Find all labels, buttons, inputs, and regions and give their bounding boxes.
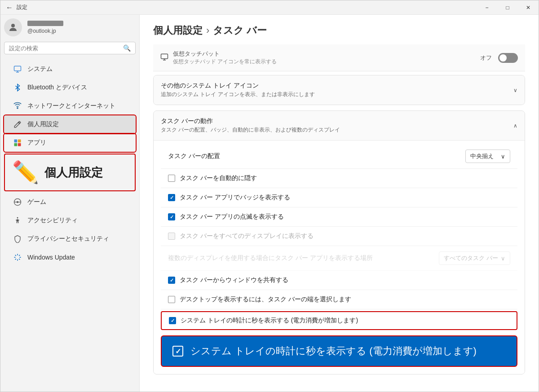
- auto-hide-left: タスク バーを自動的に隠す: [168, 174, 510, 182]
- sidebar-label-privacy: プライバシーとセキュリティ: [27, 235, 109, 243]
- svg-point-8: [17, 201, 19, 203]
- virtual-touchpad-toggle[interactable]: [498, 53, 518, 63]
- windows-update-icon: [13, 253, 22, 262]
- toggle-label: オフ: [480, 54, 492, 62]
- monitor-icon: [160, 53, 168, 63]
- sidebar-label-apps: アプリ: [27, 139, 46, 147]
- content-body: 仮想タッチパット 仮想タッチパッド アイコンを常に表示する オフ: [140, 44, 539, 392]
- auto-hide-checkbox[interactable]: [168, 175, 175, 182]
- system-icon: [13, 65, 22, 74]
- multi-display-label: 複数のディスプレイを使用する場合にタスク バー アプリを表示する場所: [168, 254, 373, 262]
- sidebar-item-network[interactable]: ネットワークとインターネット: [4, 97, 136, 115]
- taskbar-behavior-header[interactable]: タスク バーの動作 タスク バーの配置、バッジ、自動的に非表示、および複数のディ…: [154, 111, 525, 140]
- show-all-displays-left: タスク バーをすべてのディスプレイに表示する: [168, 232, 510, 240]
- user-info: @outlook.jp: [27, 21, 63, 34]
- maximize-button[interactable]: □: [497, 0, 518, 15]
- system-tray-title-area: その他のシステム トレイ アイコン 追加のシステム トレイ アイコンを表示、また…: [161, 82, 315, 98]
- multi-display-value: すべてのタスク バー: [444, 254, 498, 262]
- share-window-row: タスク バーからウィンドウを共有する: [161, 271, 517, 290]
- system-tray-title: その他のシステム トレイ アイコン: [161, 82, 315, 90]
- taskbar-behavior-title: タスク バーの動作: [161, 117, 340, 125]
- system-tray-section: その他のシステム トレイ アイコン 追加のシステム トレイ アイコンを表示、また…: [153, 75, 525, 105]
- sidebar-item-bluetooth[interactable]: Bluetooth とデバイス: [4, 79, 136, 97]
- sidebar-item-personalization[interactable]: 個人用設定: [4, 115, 136, 133]
- share-window-left: タスク バーからウィンドウを共有する: [168, 276, 510, 284]
- svg-rect-5: [14, 143, 18, 146]
- share-window-checkbox[interactable]: [168, 277, 175, 284]
- show-all-displays-checkbox[interactable]: [168, 233, 175, 240]
- network-icon: [13, 101, 22, 110]
- virtual-touchpad-row: 仮想タッチパット 仮想タッチパッド アイコンを常に表示する オフ: [153, 44, 525, 71]
- user-area[interactable]: @outlook.jp: [0, 15, 139, 42]
- sidebar-label-bluetooth: Bluetooth とデバイス: [27, 84, 87, 92]
- show-flashing-left: タスク バー アプリの点滅を表示する: [168, 213, 510, 221]
- taskbar-behavior-title-area: タスク バーの動作 タスク バーの配置、バッジ、自動的に非表示、および複数のディ…: [161, 117, 340, 134]
- virtual-touchpad-title: 仮想タッチパット: [173, 50, 277, 58]
- share-window-label: タスク バーからウィンドウを共有する: [180, 276, 288, 284]
- sidebar-label-windows-update: Windows Update: [27, 254, 75, 261]
- sidebar-item-apps[interactable]: アプリ: [4, 134, 136, 152]
- large-show-seconds-checkbox[interactable]: [172, 346, 183, 357]
- auto-hide-row: タスク バーを自動的に隠す: [161, 169, 517, 188]
- show-seconds-label: システム トレイの時計に秒を表示する (電力消費が増加します): [181, 317, 358, 325]
- taskbar-behavior-body: タスク バーの配置 中央揃え ∨ タスク バーを自動的に隠す: [154, 140, 525, 374]
- minimize-button[interactable]: −: [477, 0, 497, 15]
- sidebar-item-privacy[interactable]: プライバシーとセキュリティ: [4, 230, 136, 248]
- personalization-banner: ✏️ 個人用設定: [4, 154, 136, 191]
- show-desktop-corner-left: デスクトップを表示するには、タスク バーの端を選択します: [168, 295, 510, 304]
- svg-point-11: [17, 217, 18, 219]
- show-seconds-checkbox[interactable]: [169, 317, 176, 324]
- show-badges-checkbox[interactable]: [168, 194, 175, 201]
- user-email: @outlook.jp: [27, 28, 63, 34]
- virtual-touchpad-subtitle: 仮想タッチパッド アイコンを常に表示する: [173, 58, 277, 66]
- dropdown-chevron-icon: ∨: [501, 153, 505, 160]
- settings-window: ← 設定 − □ ✕ @outlook.jp: [0, 0, 539, 392]
- apps-icon: [13, 138, 22, 147]
- nav-items: システム Bluetooth とデバイス ネットワークとインターネット: [0, 58, 139, 392]
- multi-display-dropdown[interactable]: すべてのタスク バー ∨: [439, 251, 510, 265]
- sidebar-item-system[interactable]: システム: [4, 60, 136, 78]
- show-flashing-checkbox[interactable]: [168, 213, 175, 220]
- close-button[interactable]: ✕: [518, 0, 539, 15]
- games-icon: [13, 198, 22, 207]
- taskbar-alignment-value: 中央揃え: [470, 152, 494, 160]
- window-title: 設定: [17, 4, 27, 11]
- taskbar-alignment-dropdown[interactable]: 中央揃え ∨: [465, 150, 510, 163]
- breadcrumb-parent[interactable]: 個人用設定: [153, 24, 203, 37]
- svg-point-2: [17, 107, 18, 108]
- svg-rect-4: [18, 140, 21, 143]
- taskbar-behavior-section: タスク バーの動作 タスク バーの配置、バッジ、自動的に非表示、および複数のディ…: [153, 110, 525, 374]
- svg-rect-1: [14, 66, 21, 71]
- show-seconds-large-banner: システム トレイの時計に秒を表示する (電力消費が増加します): [161, 335, 517, 367]
- search-box[interactable]: 🔍: [4, 42, 136, 54]
- virtual-touchpad-left: 仮想タッチパット 仮想タッチパッド アイコンを常に表示する: [160, 50, 277, 66]
- avatar: [4, 18, 22, 36]
- chevron-up-icon: ∧: [513, 123, 517, 129]
- show-badges-left: タスク バー アプリでバッジを表示する: [168, 194, 510, 202]
- show-desktop-corner-label: デスクトップを表示するには、タスク バーの端を選択します: [180, 295, 351, 304]
- sidebar-label-system: システム: [27, 65, 53, 73]
- search-input[interactable]: [9, 45, 120, 52]
- title-bar: ← 設定 − □ ✕: [0, 0, 539, 15]
- sidebar-item-games[interactable]: ゲーム: [4, 193, 136, 211]
- window-controls: − □ ✕: [477, 0, 539, 15]
- show-desktop-corner-checkbox[interactable]: [168, 296, 175, 303]
- taskbar-behavior-text: タスク バーの動作 タスク バーの配置、バッジ、自動的に非表示、および複数のディ…: [161, 117, 340, 134]
- back-icon[interactable]: ←: [6, 4, 13, 12]
- auto-hide-label: タスク バーを自動的に隠す: [180, 174, 257, 182]
- virtual-touchpad-text: 仮想タッチパット 仮想タッチパッド アイコンを常に表示する: [173, 50, 277, 66]
- banner-label: 個人用設定: [44, 165, 103, 181]
- toggle-knob: [499, 54, 507, 62]
- accessibility-icon: [13, 216, 22, 225]
- system-tray-text: その他のシステム トレイ アイコン 追加のシステム トレイ アイコンを表示、また…: [161, 82, 315, 98]
- svg-rect-3: [14, 140, 18, 143]
- show-all-displays-row: タスク バーをすべてのディスプレイに表示する: [161, 227, 517, 246]
- toggle-area: オフ: [480, 53, 518, 63]
- breadcrumb-current: タスク バー: [213, 24, 267, 37]
- sidebar-item-accessibility[interactable]: アクセシビリティ: [4, 211, 136, 229]
- title-bar-left: ← 設定: [6, 4, 27, 12]
- system-tray-section-header[interactable]: その他のシステム トレイ アイコン 追加のシステム トレイ アイコンを表示、また…: [154, 75, 525, 105]
- main-content: @outlook.jp 🔍 システム: [0, 15, 539, 392]
- sidebar-item-windows-update[interactable]: Windows Update: [4, 248, 136, 266]
- svg-point-0: [11, 24, 15, 27]
